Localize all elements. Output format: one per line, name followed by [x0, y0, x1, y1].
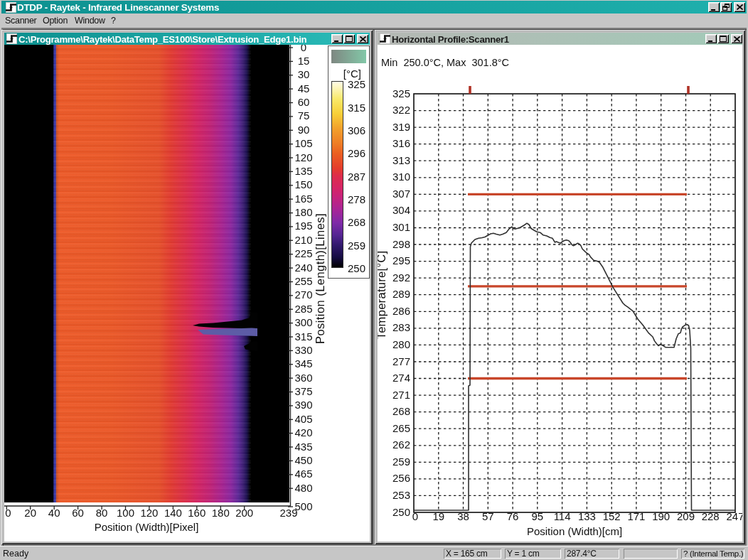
svg-text:250: 250: [392, 506, 410, 518]
svg-text:304: 304: [392, 204, 410, 216]
svg-text:271: 271: [392, 389, 410, 401]
svg-text:75: 75: [298, 109, 310, 122]
svg-text:0: 0: [301, 45, 306, 53]
svg-text:150: 150: [294, 178, 312, 190]
svg-text:315: 315: [294, 330, 312, 343]
svg-text:105: 105: [294, 137, 312, 149]
svg-text:285: 285: [294, 303, 312, 315]
svg-text:190: 190: [652, 510, 670, 522]
svg-text:239: 239: [279, 507, 297, 519]
svg-text:253: 253: [392, 489, 410, 501]
svg-text:15: 15: [298, 55, 310, 67]
svg-text:133: 133: [578, 510, 596, 522]
svg-text:277: 277: [392, 355, 410, 367]
svg-text:330: 330: [294, 344, 312, 356]
svg-text:313: 313: [392, 154, 410, 166]
svg-text:300: 300: [294, 316, 312, 328]
svg-text:289: 289: [392, 288, 410, 300]
svg-text:40: 40: [48, 507, 60, 519]
svg-text:171: 171: [627, 510, 645, 522]
svg-text:76: 76: [507, 510, 519, 522]
svg-text:140: 140: [164, 507, 182, 519]
svg-text:375: 375: [294, 385, 312, 397]
svg-text:0: 0: [5, 507, 11, 519]
svg-text:Temperature[°C]: Temperature[°C]: [378, 251, 388, 340]
svg-text:30: 30: [298, 68, 310, 80]
svg-text:270: 270: [294, 289, 312, 301]
svg-text:114: 114: [554, 510, 571, 522]
svg-text:420: 420: [294, 426, 312, 438]
svg-text:135: 135: [294, 165, 312, 177]
svg-text:57: 57: [482, 510, 494, 522]
svg-text:225: 225: [294, 247, 312, 259]
svg-text:360: 360: [294, 372, 312, 384]
svg-text:240: 240: [294, 262, 312, 274]
svg-text:152: 152: [603, 510, 621, 522]
svg-text:60: 60: [72, 507, 84, 519]
svg-text:307: 307: [392, 188, 410, 200]
svg-text:322: 322: [392, 104, 410, 116]
svg-text:301: 301: [392, 221, 410, 233]
svg-text:316: 316: [392, 137, 410, 149]
svg-text:0: 0: [412, 510, 418, 522]
svg-text:160: 160: [188, 507, 205, 519]
svg-text:180: 180: [212, 507, 230, 519]
svg-text:292: 292: [392, 271, 410, 284]
svg-text:45: 45: [298, 82, 310, 95]
svg-text:274: 274: [392, 372, 410, 384]
svg-text:255: 255: [294, 275, 312, 287]
svg-text:Min 250.0°C, Max 301.8°C: Min 250.0°C, Max 301.8°C: [381, 57, 509, 68]
svg-text:60: 60: [298, 96, 310, 108]
svg-text:280: 280: [392, 338, 410, 350]
svg-text:265: 265: [392, 422, 410, 434]
svg-text:20: 20: [24, 507, 36, 519]
svg-text:247: 247: [726, 510, 742, 522]
svg-text:Position (Width)[cm]: Position (Width)[cm]: [527, 525, 622, 537]
svg-text:390: 390: [294, 399, 312, 411]
svg-text:435: 435: [294, 441, 312, 453]
svg-text:180: 180: [294, 206, 312, 218]
svg-text:259: 259: [392, 456, 410, 468]
svg-text:120: 120: [294, 151, 312, 163]
svg-text:90: 90: [298, 124, 310, 136]
svg-text:310: 310: [392, 171, 410, 183]
svg-text:Position (Length)[Lines]: Position (Length)[Lines]: [314, 213, 326, 344]
svg-text:268: 268: [392, 405, 410, 417]
svg-text:298: 298: [392, 238, 410, 250]
svg-text:165: 165: [294, 193, 312, 205]
svg-text:262: 262: [392, 438, 410, 451]
svg-text:450: 450: [294, 454, 312, 466]
svg-text:325: 325: [392, 87, 410, 99]
svg-text:100: 100: [117, 507, 134, 519]
svg-text:286: 286: [392, 305, 410, 317]
svg-text:210: 210: [294, 234, 312, 246]
svg-text:319: 319: [392, 121, 410, 133]
svg-text:120: 120: [140, 507, 158, 519]
svg-text:19: 19: [432, 510, 444, 522]
svg-text:345: 345: [294, 357, 312, 370]
svg-text:405: 405: [294, 413, 312, 425]
svg-text:38: 38: [457, 510, 469, 522]
svg-text:80: 80: [96, 507, 108, 519]
svg-text:465: 465: [294, 468, 312, 480]
svg-text:256: 256: [392, 472, 410, 484]
svg-text:195: 195: [294, 220, 312, 232]
svg-text:95: 95: [531, 510, 543, 522]
svg-text:295: 295: [392, 254, 410, 266]
svg-text:480: 480: [294, 482, 312, 494]
svg-text:228: 228: [702, 510, 720, 522]
svg-text:209: 209: [677, 510, 695, 522]
svg-text:Position (Width)[Pixel]: Position (Width)[Pixel]: [95, 521, 199, 533]
svg-text:200: 200: [235, 507, 253, 519]
svg-text:283: 283: [392, 321, 410, 333]
